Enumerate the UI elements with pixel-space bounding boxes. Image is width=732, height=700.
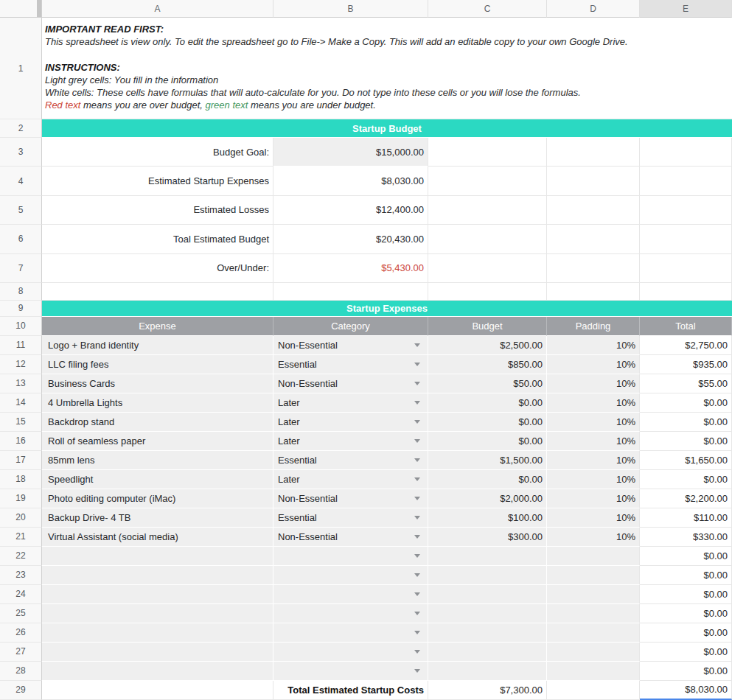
expense-cell[interactable]: Logo + Brand identity [42, 336, 273, 355]
row-number-2[interactable]: 2 [0, 119, 42, 138]
row-number-14[interactable]: 14 [0, 393, 42, 413]
column-header-d[interactable]: D [547, 0, 640, 18]
budget-value[interactable]: $20,430.00 [273, 225, 428, 253]
dropdown-arrow-icon[interactable] [414, 669, 420, 673]
category-dropdown[interactable]: Later [273, 413, 428, 432]
padding-cell[interactable]: 10% [547, 413, 640, 432]
budget-label[interactable]: Over/Under: [42, 254, 273, 283]
empty-cell[interactable] [428, 138, 547, 167]
column-label-total[interactable]: Total [640, 317, 732, 336]
budget-cell[interactable]: $300.00 [428, 528, 547, 547]
grand-total-value[interactable]: $8,030.00 [640, 681, 732, 700]
budget-cell[interactable]: $0.00 [428, 413, 547, 432]
row-number-20[interactable]: 20 [0, 508, 42, 528]
budget-cell[interactable]: $0.00 [428, 432, 547, 451]
dropdown-arrow-icon[interactable] [414, 650, 420, 654]
instructions-cell[interactable]: IMPORTANT READ FIRST: This spreadsheet i… [42, 18, 732, 119]
budget-cell[interactable] [428, 623, 547, 643]
row-number-3[interactable]: 3 [0, 138, 42, 167]
row-number-29[interactable]: 29 [0, 681, 42, 700]
category-dropdown[interactable] [273, 604, 428, 623]
budget-value[interactable]: $12,400.00 [273, 196, 428, 225]
total-costs-label[interactable]: Total Estimated Startup Costs [273, 681, 428, 700]
row-number-15[interactable]: 15 [0, 413, 42, 432]
expense-cell[interactable]: Business Cards [42, 374, 273, 393]
budget-cell[interactable]: $850.00 [428, 355, 547, 374]
expense-cell[interactable] [42, 643, 273, 662]
empty-cell[interactable] [547, 283, 640, 301]
column-label-padding[interactable]: Padding [547, 317, 640, 336]
total-cell[interactable]: $0.00 [640, 643, 732, 662]
column-header-c[interactable]: C [428, 0, 547, 18]
category-dropdown[interactable]: Non-Essential [273, 336, 428, 355]
row-number-23[interactable]: 23 [0, 566, 42, 585]
dropdown-arrow-icon[interactable] [414, 382, 420, 385]
expense-cell[interactable] [42, 604, 273, 623]
dropdown-arrow-icon[interactable] [414, 458, 420, 462]
padding-cell[interactable]: 10% [547, 489, 640, 508]
empty-cell[interactable] [547, 196, 640, 225]
budget-cell[interactable]: $0.00 [428, 393, 547, 413]
padding-cell[interactable]: 10% [547, 374, 640, 393]
budget-value[interactable]: $15,000.00 [273, 138, 428, 167]
expense-cell[interactable] [42, 662, 273, 681]
row-number-26[interactable]: 26 [0, 623, 42, 643]
dropdown-arrow-icon[interactable] [414, 592, 420, 596]
category-dropdown[interactable]: Non-Essential [273, 528, 428, 547]
row-number-7[interactable]: 7 [0, 254, 42, 283]
padding-cell[interactable]: 10% [547, 355, 640, 374]
empty-cell[interactable] [42, 681, 273, 700]
empty-cell[interactable] [42, 283, 273, 301]
startup-budget-title[interactable]: Startup Budget [42, 119, 732, 138]
padding-cell[interactable]: 10% [547, 432, 640, 451]
dropdown-arrow-icon[interactable] [414, 554, 420, 558]
expense-cell[interactable]: Photo editing computer (iMac) [42, 489, 273, 508]
total-cell[interactable]: $0.00 [640, 623, 732, 643]
dropdown-arrow-icon[interactable] [414, 535, 420, 539]
padding-cell[interactable]: 10% [547, 470, 640, 489]
total-budget-value[interactable]: $7,300.00 [428, 681, 547, 700]
expense-cell[interactable]: Virtual Assistant (social media) [42, 528, 273, 547]
row-number-9[interactable]: 9 [0, 301, 42, 317]
row-number-11[interactable]: 11 [0, 336, 42, 355]
category-dropdown[interactable]: Essential [273, 355, 428, 374]
empty-cell[interactable] [640, 225, 732, 253]
budget-label[interactable]: Toal Estimated Budget [42, 225, 273, 253]
category-dropdown[interactable] [273, 566, 428, 585]
dropdown-arrow-icon[interactable] [414, 631, 420, 634]
total-cell[interactable]: $1,650.00 [640, 451, 732, 470]
padding-cell[interactable] [547, 566, 640, 585]
expense-cell[interactable]: LLC filing fees [42, 355, 273, 374]
budget-cell[interactable] [428, 662, 547, 681]
budget-cell[interactable]: $2,000.00 [428, 489, 547, 508]
column-header-e[interactable]: E [640, 0, 732, 18]
budget-cell[interactable]: $100.00 [428, 508, 547, 528]
empty-cell[interactable] [640, 167, 732, 195]
total-cell[interactable]: $0.00 [640, 547, 732, 566]
empty-cell[interactable] [273, 283, 428, 301]
dropdown-arrow-icon[interactable] [414, 401, 420, 405]
total-cell[interactable]: $0.00 [640, 566, 732, 585]
budget-label[interactable]: Estimated Losses [42, 196, 273, 225]
total-cell[interactable]: $110.00 [640, 508, 732, 528]
empty-cell[interactable] [640, 283, 732, 301]
total-cell[interactable]: $0.00 [640, 432, 732, 451]
expense-cell[interactable]: 4 Umbrella Lights [42, 393, 273, 413]
row-number-18[interactable]: 18 [0, 470, 42, 489]
row-number-17[interactable]: 17 [0, 451, 42, 470]
padding-cell[interactable] [547, 643, 640, 662]
dropdown-arrow-icon[interactable] [414, 477, 420, 481]
row-number-21[interactable]: 21 [0, 528, 42, 547]
row-number-6[interactable]: 6 [0, 225, 42, 253]
padding-cell[interactable]: 10% [547, 336, 640, 355]
dropdown-arrow-icon[interactable] [414, 363, 420, 366]
empty-cell[interactable] [428, 283, 547, 301]
total-cell[interactable]: $0.00 [640, 413, 732, 432]
empty-cell[interactable] [640, 138, 732, 167]
startup-expenses-title[interactable]: Startup Expenses [42, 301, 732, 317]
row-number-8[interactable]: 8 [0, 283, 42, 301]
row-number-13[interactable]: 13 [0, 374, 42, 393]
total-cell[interactable]: $0.00 [640, 470, 732, 489]
row-number-22[interactable]: 22 [0, 547, 42, 566]
row-number-1[interactable]: 1 [0, 18, 42, 119]
